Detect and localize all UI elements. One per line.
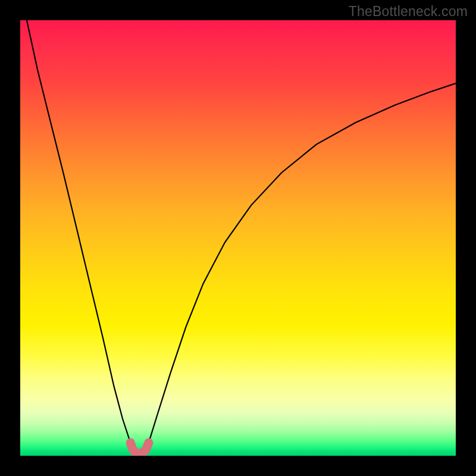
curve-left-branch <box>27 20 130 443</box>
plot-area <box>20 20 456 456</box>
watermark-text: TheBottleneck.com <box>349 4 468 20</box>
curve-right-branch <box>149 83 456 443</box>
valley-marker <box>130 443 149 453</box>
bottleneck-curve <box>20 20 456 456</box>
chart-frame: TheBottleneck.com <box>0 0 476 476</box>
